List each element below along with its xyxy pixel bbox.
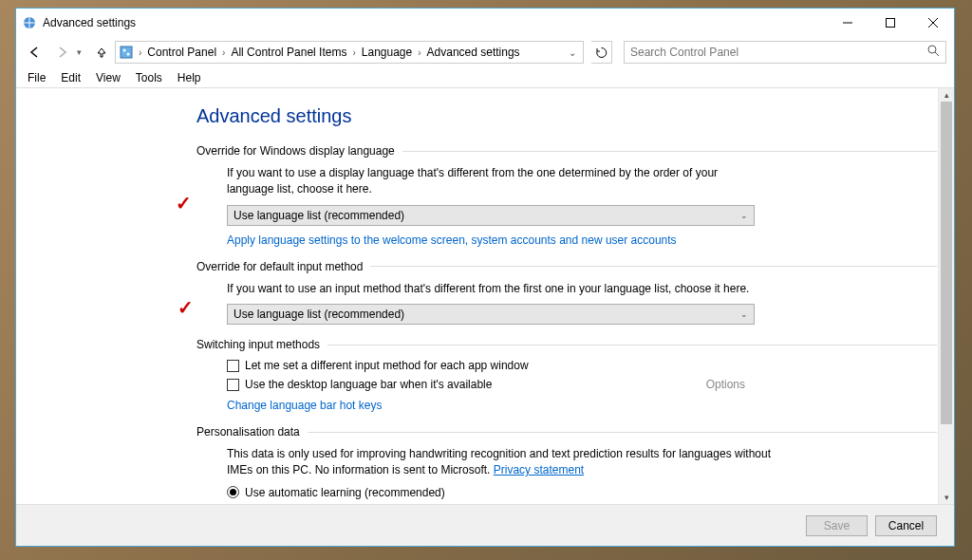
nav-row: ▾ › Control Panel › All Control Panel It…	[16, 37, 954, 67]
auto-learning-radio[interactable]	[227, 486, 239, 498]
app-icon	[22, 15, 37, 30]
breadcrumb-dropdown[interactable]: ⌄	[564, 47, 581, 58]
titlebar: Advanced settings	[16, 9, 954, 37]
section-header: Override for Windows display language	[196, 144, 937, 158]
window-frame: Advanced settings ▾ › Control Panel › Al…	[15, 8, 955, 547]
annotation-checkmark-icon: ✓	[178, 296, 194, 319]
display-language-dropdown[interactable]: Use language list (recommended) ⌄	[227, 205, 755, 226]
options-link[interactable]: Options	[706, 378, 745, 391]
maximize-button[interactable]	[869, 9, 911, 37]
chevron-down-icon: ⌄	[740, 211, 748, 220]
section-header: Override for default input method	[196, 260, 937, 273]
chevron-right-icon: ›	[416, 47, 422, 58]
refresh-button[interactable]	[591, 41, 612, 64]
section-description: If you want to use an input method that'…	[227, 281, 758, 297]
checkbox-label: Let me set a different input method for …	[245, 359, 529, 372]
control-panel-icon	[118, 45, 135, 60]
breadcrumb-item[interactable]: Language	[358, 42, 416, 63]
menu-file[interactable]: File	[20, 69, 53, 86]
close-button[interactable]	[911, 9, 954, 37]
svg-point-7	[127, 53, 130, 56]
footer: Save Cancel	[16, 504, 954, 546]
nav-up-button[interactable]	[92, 41, 111, 64]
scroll-pane[interactable]: Advanced settings Override for Windows d…	[16, 88, 938, 504]
svg-point-6	[123, 49, 126, 52]
apply-language-link[interactable]: Apply language settings to the welcome s…	[227, 233, 677, 247]
section-description: If you want to use a display language th…	[227, 165, 758, 197]
nav-forward-button[interactable]	[50, 41, 73, 64]
scrollbar-thumb[interactable]	[941, 102, 952, 424]
nav-history-dropdown[interactable]: ▾	[77, 47, 88, 57]
save-button[interactable]: Save	[806, 515, 868, 536]
search-bar[interactable]	[624, 41, 946, 64]
svg-point-8	[928, 46, 936, 53]
annotation-checkmark-icon: ✓	[176, 192, 192, 215]
page-title: Advanced settings	[196, 105, 937, 127]
section-header: Personalisation data	[196, 425, 937, 439]
breadcrumb-item[interactable]: All Control Panel Items	[227, 42, 350, 63]
radio-label: Use automatic learning (recommended)	[245, 486, 445, 499]
scroll-up-icon[interactable]: ▴	[939, 88, 954, 102]
chevron-right-icon: ›	[137, 47, 143, 58]
breadcrumb-item[interactable]: Advanced settings	[423, 42, 524, 63]
scrollbar[interactable]: ▴ ▾	[938, 88, 954, 504]
chevron-down-icon: ⌄	[740, 309, 748, 319]
menu-help[interactable]: Help	[170, 69, 209, 86]
minimize-button[interactable]	[826, 9, 869, 37]
svg-rect-2	[886, 19, 894, 28]
menu-tools[interactable]: Tools	[128, 69, 170, 86]
menu-edit[interactable]: Edit	[53, 69, 88, 86]
search-icon[interactable]	[927, 45, 940, 60]
chevron-right-icon: ›	[350, 47, 357, 58]
privacy-link[interactable]: Privacy statement	[494, 463, 584, 476]
per-app-input-checkbox[interactable]	[227, 360, 239, 372]
breadcrumb-item[interactable]: Control Panel	[143, 42, 220, 63]
checkbox-label: Use the desktop language bar when it's a…	[245, 378, 492, 391]
input-method-dropdown[interactable]: Use language list (recommended) ⌄	[227, 304, 755, 325]
cancel-button[interactable]: Cancel	[875, 515, 937, 536]
content-area: Advanced settings Override for Windows d…	[16, 88, 954, 504]
section-description: This data is only used for improving han…	[227, 446, 777, 478]
desktop-langbar-checkbox[interactable]	[227, 379, 239, 391]
scroll-down-icon[interactable]: ▾	[939, 491, 954, 504]
svg-line-9	[935, 52, 939, 56]
breadcrumb-bar[interactable]: › Control Panel › All Control Panel Item…	[115, 41, 584, 64]
hotkeys-link[interactable]: Change language bar hot keys	[227, 399, 382, 412]
section-header: Switching input methods	[196, 338, 937, 351]
svg-rect-5	[121, 47, 132, 58]
menu-view[interactable]: View	[88, 69, 128, 86]
search-input[interactable]	[630, 46, 927, 59]
menubar: File Edit View Tools Help	[16, 67, 954, 88]
nav-back-button[interactable]	[24, 41, 47, 64]
window-title: Advanced settings	[43, 16, 826, 29]
chevron-right-icon: ›	[220, 47, 227, 58]
